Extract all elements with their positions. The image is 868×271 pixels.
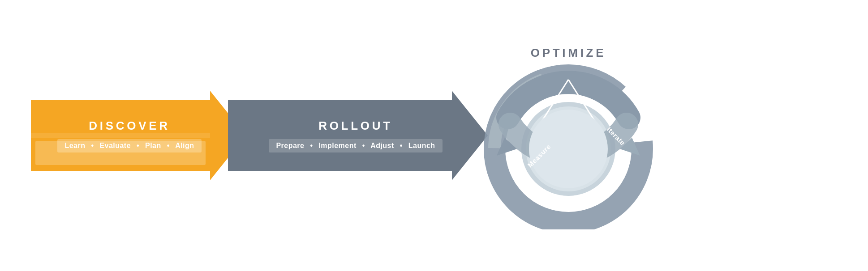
rollout-dot-1: • [310,142,313,149]
svg-text:Motivate: Motivate [555,96,585,103]
rollout-dot-3: • [400,142,403,149]
discover-item-align: Align [175,142,194,149]
rollout-subtitle: Prepare • Implement • Adjust • Launch [269,139,442,152]
discover-subtitle: Learn • Evaluate • Plan • Align [57,139,201,152]
rollout-item-implement: Implement [318,142,356,149]
discover-item-learn: Learn [64,142,85,149]
discover-dot-1: • [91,142,94,149]
rollout-dot-2: • [362,142,365,149]
rollout-item-prepare: Prepare [276,142,304,149]
diagram-container: DISCOVER Learn • Evaluate • Plan • Align… [31,28,837,243]
discover-dot-2: • [137,142,139,149]
discover-item-plan: Plan [145,142,161,149]
optimize-circle-diagram: Measure Motivate Iterate [483,59,653,229]
discover-dot-3: • [167,142,170,149]
rollout-phase: ROLLOUT Prepare • Implement • Adjust • L… [228,91,488,180]
discover-shape: DISCOVER Learn • Evaluate • Plan • Align [31,91,246,180]
optimize-title: OPTIMIZE [531,46,606,60]
discover-phase: DISCOVER Learn • Evaluate • Plan • Align [31,91,246,180]
rollout-item-launch: Launch [408,142,435,149]
rollout-text-overlay: ROLLOUT Prepare • Implement • Adjust • L… [246,91,465,180]
discover-text-overlay: DISCOVER Learn • Evaluate • Plan • Align [31,91,219,180]
rollout-title: ROLLOUT [318,119,393,133]
rollout-item-adjust: Adjust [370,142,394,149]
discover-title: DISCOVER [89,119,170,133]
optimize-phase: OPTIMIZE [474,33,662,238]
discover-item-evaluate: Evaluate [99,142,131,149]
